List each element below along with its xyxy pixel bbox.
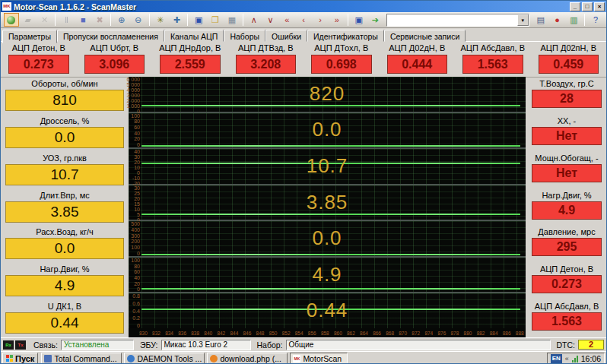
y-tick-label: 400 xyxy=(131,227,140,233)
y-tick-label: 25 xyxy=(134,191,140,196)
import-button[interactable]: ➔ xyxy=(368,13,383,27)
taskbar-button[interactable]: download.php (... xyxy=(207,353,288,364)
x-tick-label: 840 xyxy=(204,331,212,336)
status-param-cell: Мощн.Обогащ, -Нет xyxy=(526,152,607,189)
taskbar-app-icon xyxy=(210,355,218,362)
disconnect-button[interactable]: ▰ xyxy=(21,13,36,27)
title-bar: MK Motor-Scan 1.1.6.2 - ScanMaster _ □ × xyxy=(1,1,606,12)
windows-taskbar: Пуск Total Command...DAEMON Tools ...dow… xyxy=(1,351,606,364)
down-button[interactable]: ∨ xyxy=(263,13,278,27)
y-axis-ticks: 100806040200 xyxy=(129,113,141,148)
first-button[interactable]: « xyxy=(279,13,294,27)
window-save-button[interactable]: ▥ xyxy=(566,13,581,27)
x-tick-label: 886 xyxy=(503,331,511,336)
minimize-button[interactable]: _ xyxy=(570,2,580,11)
tab-parameters-active[interactable]: Параметры xyxy=(2,30,57,43)
tab-5[interactable]: Идентификаторы xyxy=(307,30,384,42)
save-button[interactable]: ▣ xyxy=(191,13,206,27)
last-button[interactable]: » xyxy=(329,13,345,27)
monitor-save-button[interactable]: ▤ xyxy=(533,13,548,27)
setup-button[interactable]: ✕ xyxy=(37,13,52,27)
taskbar-button[interactable]: DAEMON Tools ... xyxy=(124,353,205,364)
tray-chevrons-icon[interactable]: « xyxy=(565,355,569,362)
prev-button[interactable]: ‹ xyxy=(296,13,311,27)
connect-button[interactable] xyxy=(4,13,19,27)
stop-button[interactable]: ■ xyxy=(75,13,91,27)
set-label: Набор: xyxy=(257,340,283,350)
engine-param-cell: Расх.Возд, кг/ч0.0 xyxy=(1,226,129,263)
signal-trace-line xyxy=(141,254,520,255)
taskbar-button[interactable]: MKMotorScan xyxy=(290,353,348,364)
restore-button[interactable]: □ xyxy=(582,2,593,11)
save-log-button[interactable]: ▣ xyxy=(351,13,367,27)
status-param-cell: ХХ, -Нет xyxy=(526,115,607,152)
adc-param-cell: АЦП Д02пН, В0.459 xyxy=(531,42,607,77)
adc-param-value: 0.273 xyxy=(8,55,69,74)
oscilloscope-graph[interactable]: 6 0005 0004 0003 0002 0001 0000820100806… xyxy=(129,77,526,337)
close-button[interactable]: × xyxy=(594,2,605,11)
adc-param-label: АЦП Д02пН, В xyxy=(531,43,607,52)
tab-3[interactable]: Наборы xyxy=(224,30,265,42)
tab-6[interactable]: Сервисные записи xyxy=(384,30,466,42)
y-tick-label: 300 xyxy=(131,233,140,239)
y-tick-label: 40 xyxy=(134,275,140,280)
y-tick-label: 20 xyxy=(134,196,140,201)
adc-param-value: 0.444 xyxy=(387,55,448,74)
next-button[interactable]: › xyxy=(313,13,328,27)
snapshot-button[interactable]: ▦ xyxy=(224,13,240,27)
y-tick-label: 100 xyxy=(131,258,140,263)
y-tick-label: 40 xyxy=(134,149,140,154)
y-axis-ticks: 403020100-10-20 xyxy=(129,149,141,184)
x-tick-label: 854 xyxy=(295,331,304,336)
x-tick-label: 876 xyxy=(437,331,446,336)
adc-param-value: 1.563 xyxy=(462,55,523,74)
engine-param-cell: Длит.Впр, мс3.85 xyxy=(1,189,129,226)
engine-param-value: 0.0 xyxy=(5,238,124,259)
up-button[interactable]: ∧ xyxy=(246,13,262,27)
adc-param-cell: АЦП Д02дН, В0.444 xyxy=(380,42,456,77)
status-param-cell: АЦП АбсДавл, В1.563 xyxy=(526,300,607,337)
zoom-out-button[interactable]: ⊖ xyxy=(131,13,146,27)
x-tick-label: 860 xyxy=(334,331,342,336)
y-tick-label: 1 000 xyxy=(126,103,140,109)
taskbar-app-icon xyxy=(44,355,52,362)
help-button[interactable]: ? xyxy=(588,13,603,27)
y-tick-label: 30 xyxy=(134,154,140,160)
graph-strip: 403020100-10-2010.7 xyxy=(129,149,526,185)
left-param-column: Обороты, об/мин810Дроссель, %0.0УОЗ, гр.… xyxy=(1,77,129,337)
log-select-input[interactable] xyxy=(387,15,516,25)
tab-4[interactable]: Ошибки xyxy=(265,30,307,42)
abort-button[interactable]: ✖ xyxy=(92,13,107,27)
log-select-combobox[interactable]: ▾ xyxy=(386,14,529,27)
tab-2[interactable]: Каналы АЦП xyxy=(164,30,224,42)
add-button[interactable]: ✚ xyxy=(169,13,184,27)
y-tick-label: 500 xyxy=(131,221,140,226)
adc-param-label: АЦП Детон, В xyxy=(1,43,77,52)
language-indicator[interactable]: EN xyxy=(551,354,562,363)
start-button[interactable]: Пуск xyxy=(2,353,38,364)
open-folder-button[interactable]: ❒ xyxy=(208,13,223,27)
y-tick-label: 10 xyxy=(134,165,140,170)
toolbar: ▰✕‖■✖⊕⊖✳✚▣❒▦∧∨«‹›»▣➔▾▤●▥? xyxy=(1,12,606,28)
x-tick-label: 856 xyxy=(308,331,316,336)
gear-button[interactable]: ✳ xyxy=(153,13,168,27)
adc-param-label: АЦП ДТВзд, В xyxy=(228,43,304,52)
y-tick-label: 0 xyxy=(137,286,140,292)
y-axis-ticks: 0.80.60.40.20 xyxy=(129,293,141,328)
x-tick-label: 884 xyxy=(490,331,498,336)
x-tick-label: 834 xyxy=(165,331,173,336)
task-buttons: Total Command...DAEMON Tools ...download… xyxy=(41,353,350,364)
y-tick-label: 0.2 xyxy=(132,315,140,321)
record-button[interactable]: ● xyxy=(550,13,565,27)
adc-param-label: АЦП ДТохл, В xyxy=(304,43,380,52)
link-status-value: Установлена xyxy=(61,340,134,350)
tab-1[interactable]: Пропуски воспламенения xyxy=(57,30,164,42)
y-tick-label: 0 xyxy=(137,142,140,147)
taskbar-button[interactable]: Total Command... xyxy=(41,353,122,364)
motor-scan-window: MK Motor-Scan 1.1.6.2 - ScanMaster _ □ ×… xyxy=(0,0,607,364)
zoom-in-button[interactable]: ⊕ xyxy=(114,13,129,27)
combobox-dropdown-icon[interactable]: ▾ xyxy=(517,14,529,26)
current-value-overlay: 3.85 xyxy=(307,190,348,214)
pause-button[interactable]: ‖ xyxy=(59,13,74,27)
engine-param-value: 0.44 xyxy=(5,312,124,334)
